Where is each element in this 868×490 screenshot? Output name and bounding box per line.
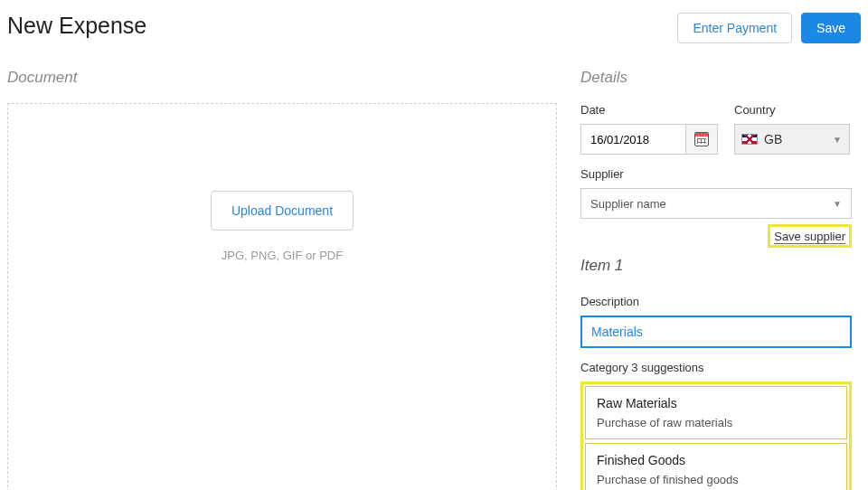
page-title: New Expense xyxy=(7,13,146,39)
details-heading: Details xyxy=(580,69,852,87)
chevron-down-icon: ▼ xyxy=(833,135,842,145)
country-select[interactable]: GB ▼ xyxy=(734,124,850,155)
date-label: Date xyxy=(580,103,718,117)
category-suggestion[interactable]: Finished Goods Purchase of finished good… xyxy=(585,443,847,490)
upload-document-button[interactable]: Upload Document xyxy=(211,191,354,231)
supplier-select[interactable]: Supplier name ▼ xyxy=(580,188,852,219)
suggestion-desc: Purchase of finished goods xyxy=(597,473,835,486)
gb-flag-icon xyxy=(742,135,757,144)
description-input[interactable] xyxy=(580,316,852,348)
description-label: Description xyxy=(580,295,852,308)
country-value: GB xyxy=(764,132,782,146)
supplier-placeholder: Supplier name xyxy=(590,197,666,211)
enter-payment-button[interactable]: Enter Payment xyxy=(677,13,792,43)
country-label: Country xyxy=(734,103,850,117)
suggestion-desc: Purchase of raw materials xyxy=(597,416,835,429)
upload-hint: JPG, PNG, GIF or PDF xyxy=(222,249,343,262)
chevron-down-icon: ▼ xyxy=(833,199,842,209)
category-suggestions-label: Category 3 suggestions xyxy=(580,361,852,374)
save-button[interactable]: Save xyxy=(801,13,861,43)
save-supplier-link[interactable]: Save supplier xyxy=(774,230,845,244)
item-heading: Item 1 xyxy=(580,257,852,275)
date-input[interactable] xyxy=(580,124,685,155)
supplier-label: Supplier xyxy=(580,167,852,181)
document-dropzone[interactable]: Upload Document JPG, PNG, GIF or PDF xyxy=(7,103,557,490)
date-picker-button[interactable] xyxy=(685,124,718,155)
suggestion-title: Finished Goods xyxy=(597,453,835,467)
calendar-icon xyxy=(694,132,709,146)
document-heading: Document xyxy=(7,69,557,87)
save-supplier-highlight: Save supplier xyxy=(768,224,852,248)
suggestions-highlight: Raw Materials Purchase of raw materials … xyxy=(580,382,852,490)
suggestion-title: Raw Materials xyxy=(597,396,835,410)
category-suggestion[interactable]: Raw Materials Purchase of raw materials xyxy=(585,386,847,439)
